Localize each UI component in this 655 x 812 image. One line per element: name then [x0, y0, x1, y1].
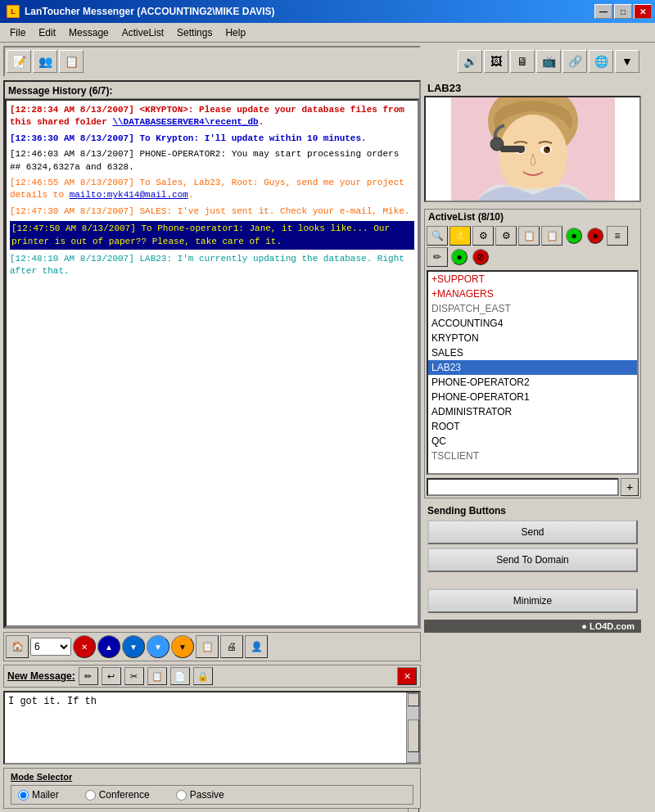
menu-settings[interactable]: Settings	[170, 25, 219, 40]
al-btn-online2[interactable]: ●	[451, 249, 468, 265]
al-btn-6[interactable]: 📋	[541, 226, 562, 246]
watermark-container: ● LO4D.com	[424, 620, 641, 633]
rt-network-button[interactable]: 🌐	[589, 50, 613, 73]
toolbar-down2-button[interactable]: ▼	[147, 635, 169, 658]
al-btn-5[interactable]: 📋	[518, 226, 540, 246]
toolbar-down-button[interactable]: ▼	[122, 635, 145, 658]
maximize-window-button[interactable]: □	[614, 4, 632, 19]
avatar-svg	[451, 97, 615, 201]
format-copy-button[interactable]: 📄	[170, 667, 190, 685]
svg-rect-10	[500, 146, 525, 152]
message-scrollbar[interactable]	[406, 692, 419, 763]
menu-help[interactable]: Help	[219, 25, 252, 40]
rt-image-button[interactable]: 🖼	[484, 50, 508, 73]
scrollbar-thumb[interactable]	[408, 720, 419, 752]
al-btn-edit[interactable]: ✏	[427, 247, 448, 267]
al-btn-1[interactable]: 🔍	[427, 226, 448, 246]
avatar-section: LAB23	[424, 80, 641, 202]
rt-sound-button[interactable]: 🔊	[458, 50, 482, 73]
al-online-green[interactable]: ●	[566, 228, 582, 244]
al-item-managers[interactable]: +MANAGERS	[428, 286, 637, 301]
toolbar-up-button[interactable]: ▲	[97, 635, 120, 658]
al-btn-block[interactable]: ⊘	[472, 249, 489, 265]
al-item-tsclient[interactable]: TSCLIENT	[428, 449, 637, 463]
al-btn-3[interactable]: ⚙	[472, 226, 494, 246]
toolbar-copy-button[interactable]: ▼	[171, 635, 194, 658]
message-7: [12:48:10 AM 8/13/2007] LAB23: I'm curre…	[10, 253, 414, 278]
menu-message[interactable]: Message	[62, 25, 115, 40]
message-input[interactable]: I got it. If th	[5, 692, 406, 763]
mode-mailer[interactable]: Mailer	[18, 789, 59, 801]
toolbar-compose-button[interactable]: 📝	[7, 50, 31, 73]
mode-mailer-radio[interactable]	[18, 790, 29, 801]
al-item-krypton[interactable]: KRYPTON	[428, 331, 637, 345]
message-history-container: Message History (6/7): [12:28:34 AM 8/13…	[3, 80, 421, 629]
svg-point-2	[499, 115, 567, 196]
minimize-window-button[interactable]: —	[594, 4, 612, 19]
toolbar-contacts-button[interactable]: 👥	[33, 50, 57, 73]
rt-dropdown-button[interactable]: ▼	[615, 50, 639, 73]
mode-conference-radio[interactable]	[85, 790, 96, 801]
rt-monitor-button[interactable]: 🖥	[510, 50, 535, 73]
title-bar: L LanToucher Messenger (ACCOUNTING2\MIKE…	[0, 0, 655, 23]
sending-label: Sending Buttons	[427, 505, 638, 517]
toolbar-user-button[interactable]: 👤	[245, 635, 268, 658]
format-lock-button[interactable]: 🔒	[193, 667, 213, 685]
format-pencil-button[interactable]: ✏	[79, 667, 98, 685]
main-container: 📝 👥 📋 Message History (6/7): [12:28:34 A…	[0, 43, 655, 812]
db-link[interactable]: \\DATABASESERVER4\recent_db	[112, 117, 258, 127]
al-item-lab23[interactable]: LAB23	[428, 360, 637, 375]
avatar-image	[424, 96, 641, 202]
al-btn-4[interactable]: ⚙	[495, 226, 517, 246]
al-item-phone-op1[interactable]: PHONE-OPERATOR1	[428, 390, 637, 404]
al-item-root[interactable]: ROOT	[428, 419, 637, 434]
al-item-dispatch[interactable]: DISPATCH_EAST	[428, 301, 637, 316]
mode-conference[interactable]: Conference	[85, 789, 150, 801]
email-link[interactable]: mailto:myk414@mail.com	[70, 190, 188, 200]
menu-activelist[interactable]: ActiveList	[115, 25, 170, 40]
right-panel: 🔊 🖼 🖥 📺 🔗 🌐 ▼ LAB23	[424, 46, 641, 809]
send-button[interactable]: Send	[427, 520, 638, 544]
al-item-qc[interactable]: QC	[428, 434, 637, 449]
format-paste-button[interactable]: 📋	[147, 667, 167, 685]
message-3: [12:46:03 AM 8/13/2007] PHONE-OPERATOR2:…	[10, 148, 414, 174]
priority-select[interactable]: 6 1 2 3 4 5 7 8 9 10	[30, 638, 71, 656]
search-input[interactable]	[427, 478, 619, 496]
close-window-button[interactable]: ✕	[634, 4, 652, 19]
minimize-section: Minimize	[424, 585, 641, 616]
al-btn-2[interactable]: ⭐	[449, 226, 471, 246]
al-item-admin[interactable]: ADMINISTRATOR	[428, 404, 637, 419]
format-undo-button[interactable]: ↩	[102, 667, 121, 685]
search-add-button[interactable]: +	[621, 478, 639, 496]
mode-passive-radio[interactable]	[176, 790, 187, 801]
rt-monitor2-button[interactable]: 📺	[536, 50, 561, 73]
message-input-area: I got it. If th	[3, 691, 421, 765]
menu-edit[interactable]: Edit	[32, 25, 62, 40]
format-cut-button[interactable]: ✂	[124, 667, 144, 685]
message-history[interactable]: [12:28:34 AM 8/13/2007] <KRYPTON>: Pleas…	[5, 99, 419, 627]
minimize-button[interactable]: Minimize	[427, 589, 638, 613]
rt-link-button[interactable]: 🔗	[562, 50, 587, 73]
al-item-support[interactable]: +SUPPORT	[428, 272, 637, 286]
format-extra-button[interactable]: ✕	[397, 667, 417, 685]
message-6: [12:47:50 AM 8/13/2007] To Phone-operato…	[10, 221, 414, 250]
toolbar-history-button[interactable]: 📋	[59, 50, 84, 73]
al-item-phone-op2[interactable]: PHONE-OPERATOR2	[428, 375, 637, 390]
menu-bar: File Edit Message ActiveList Settings He…	[0, 23, 655, 43]
al-btn-list[interactable]: ≡	[607, 226, 628, 246]
menu-file[interactable]: File	[3, 25, 32, 40]
mode-selector-label: Mode Selector	[11, 772, 413, 782]
new-message-bar: New Message: ✏ ↩ ✂ 📋 📄 🔒 ✕	[3, 665, 421, 688]
al-item-sales[interactable]: SALES	[428, 345, 637, 360]
mode-passive[interactable]: Passive	[176, 789, 224, 801]
al-offline-red[interactable]: ●	[587, 228, 603, 244]
left-panel: 📝 👥 📋 Message History (6/7): [12:28:34 A…	[3, 46, 421, 809]
svg-point-8	[546, 147, 549, 150]
toolbar-print-button[interactable]: 🖨	[220, 635, 243, 658]
toolbar-block-button[interactable]: ✕	[73, 635, 96, 658]
al-item-accounting4[interactable]: ACCOUNTING4	[428, 316, 637, 331]
active-list-items[interactable]: +SUPPORT +MANAGERS DISPATCH_EAST ACCOUNT…	[427, 270, 639, 475]
toolbar-contacts2-button[interactable]: 📋	[196, 635, 219, 658]
send-to-domain-button[interactable]: Send To Domain	[427, 548, 638, 572]
toolbar-home-button[interactable]: 🏠	[6, 635, 29, 658]
